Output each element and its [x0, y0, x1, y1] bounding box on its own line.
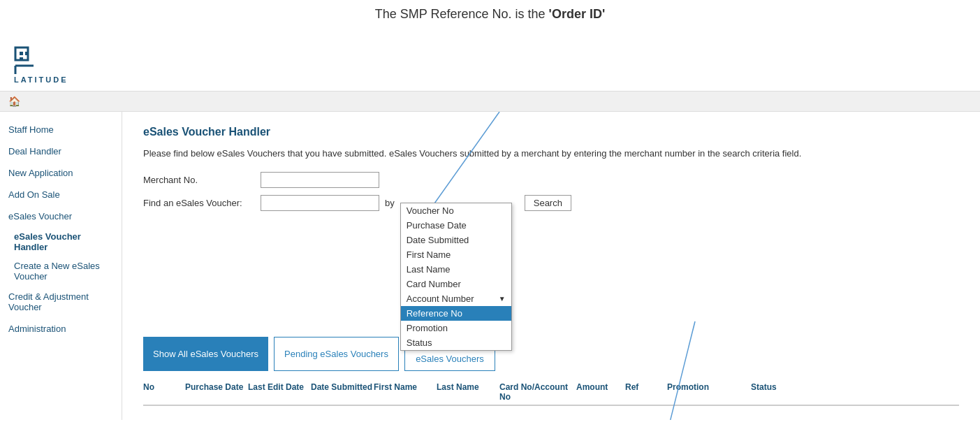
description-part1: Please find below eSales Vouchers that y… [143, 148, 386, 159]
find-voucher-label: Find an eSales Voucher: [143, 198, 255, 208]
dropdown-item-voucher-no[interactable]: Voucher No [401, 203, 511, 218]
main-layout: Staff Home Deal Handler New Application … [0, 112, 980, 420]
sidebar-item-administration[interactable]: Administration [0, 318, 122, 340]
svg-rect-1 [20, 52, 23, 55]
content-area: eSales Voucher Handler Please find below… [122, 112, 980, 420]
th-ref: Ref [625, 382, 667, 402]
find-voucher-row: Find an eSales Voucher: by Voucher No Pu… [143, 195, 959, 211]
dropdown-item-last-name[interactable]: Last Name [401, 262, 511, 277]
dropdown-item-first-name[interactable]: First Name [401, 247, 511, 262]
th-promotion: Promotion [667, 382, 751, 402]
home-icon[interactable]: 🏠 [8, 96, 20, 107]
merchant-input[interactable] [261, 172, 379, 188]
page-annotation: The SMP Reference No. is the 'Order ID' [0, 0, 980, 36]
description-part2: eSales Vouchers submitted by a merchant … [389, 148, 801, 159]
logo-text: LATITUDE [14, 75, 68, 84]
sidebar: Staff Home Deal Handler New Application … [0, 112, 122, 420]
logo-icon [14, 46, 49, 74]
th-no: No [143, 382, 185, 402]
dropdown-menu: Voucher No Purchase Date Date Submitted … [400, 203, 512, 351]
annotation-text-before: The SMP Reference No. is the [375, 7, 549, 21]
th-date-submitted: Date Submitted [311, 382, 374, 402]
sidebar-item-deal-handler[interactable]: Deal Handler [0, 140, 122, 162]
merchant-label: Merchant No. [143, 175, 255, 185]
th-status: Status [751, 382, 807, 402]
dropdown-item-purchase-date[interactable]: Purchase Date [401, 218, 511, 233]
sidebar-sub-item-create-new-esales[interactable]: Create a New eSales Voucher [0, 256, 122, 286]
table-header: No Purchase Date Last Edit Date Date Sub… [143, 382, 959, 406]
logo-container: LATITUDE [14, 46, 966, 84]
merchant-row: Merchant No. [143, 172, 959, 188]
dropdown-item-account-number[interactable]: Account Number ▼ [401, 291, 511, 306]
svg-rect-2 [25, 52, 29, 55]
sidebar-item-new-application[interactable]: New Application [0, 162, 122, 184]
button-row: Show All eSales Vouchers Pending eSales … [143, 337, 959, 372]
th-last-edit-date: Last Edit Date [248, 382, 311, 402]
dropdown-arrow-icon: ▼ [499, 295, 506, 303]
th-last-name: Last Name [437, 382, 499, 402]
annotation-text-bold: 'Order ID' [549, 7, 606, 21]
sidebar-item-add-on-sale[interactable]: Add On Sale [0, 184, 122, 205]
breadcrumb-bar: 🏠 [0, 92, 980, 112]
by-label: by [385, 198, 395, 208]
description: Please find below eSales Vouchers that y… [143, 147, 959, 161]
th-first-name: First Name [374, 382, 437, 402]
dropdown-item-reference-no[interactable]: Reference No [401, 306, 511, 321]
search-button[interactable]: Search [525, 195, 571, 211]
th-amount: Amount [576, 382, 625, 402]
sidebar-sub-item-esales-voucher-handler[interactable]: eSales Voucher Handler [0, 227, 122, 256]
pending-button[interactable]: Pending eSales Vouchers [274, 337, 399, 372]
find-voucher-input[interactable] [261, 195, 379, 211]
dropdown-item-promotion[interactable]: Promotion [401, 321, 511, 335]
show-all-button[interactable]: Show All eSales Vouchers [143, 337, 268, 372]
th-purchase-date: Purchase Date [185, 382, 248, 402]
sidebar-item-credit-adjustment[interactable]: Credit & Adjustment Voucher [0, 286, 122, 318]
th-card-no: Card No/Account No [499, 382, 576, 402]
dropdown-item-status[interactable]: Status [401, 335, 511, 350]
dropdown-item-card-number[interactable]: Card Number [401, 277, 511, 291]
sidebar-item-esales-voucher[interactable]: eSales Voucher [0, 205, 122, 227]
dropdown-item-date-submitted[interactable]: Date Submitted [401, 233, 511, 247]
page-title: eSales Voucher Handler [143, 126, 959, 138]
top-header: LATITUDE [0, 36, 980, 92]
svg-rect-3 [20, 57, 23, 61]
sidebar-item-staff-home[interactable]: Staff Home [0, 119, 122, 140]
